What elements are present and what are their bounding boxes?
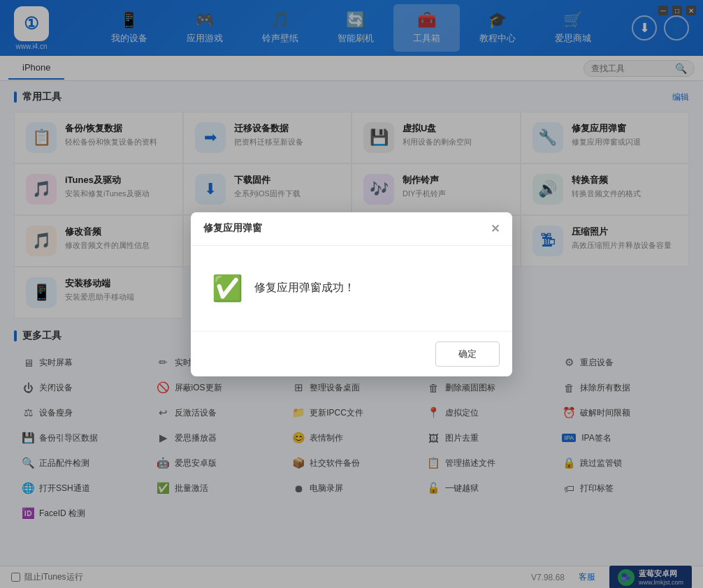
dialog-overlay[interactable]: 修复应用弹窗 ✕ ✅ 修复应用弹窗成功！ 确定	[0, 0, 703, 588]
dialog-body: ✅ 修复应用弹窗成功！	[191, 246, 512, 331]
dialog-header: 修复应用弹窗 ✕	[191, 212, 512, 246]
dialog-confirm-button[interactable]: 确定	[435, 341, 500, 367]
dialog-title: 修复应用弹窗	[203, 222, 262, 235]
dialog-footer: 确定	[191, 331, 512, 376]
dialog: 修复应用弹窗 ✕ ✅ 修复应用弹窗成功！ 确定	[191, 212, 512, 376]
success-icon: ✅	[212, 274, 243, 303]
dialog-message: 修复应用弹窗成功！	[254, 281, 355, 295]
dialog-close-button[interactable]: ✕	[491, 222, 500, 235]
